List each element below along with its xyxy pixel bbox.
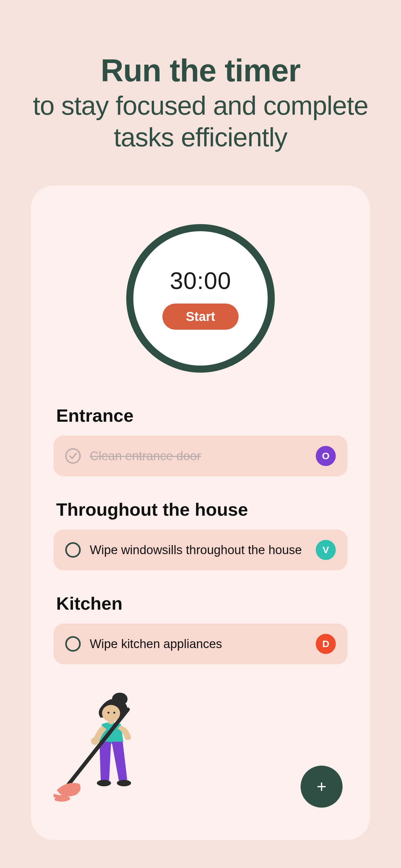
svg-point-9 — [108, 718, 114, 724]
svg-point-8 — [91, 737, 99, 745]
timer-area: 30:00 Start — [54, 224, 347, 373]
headline: Run the timer to stay focused and comple… — [13, 52, 388, 153]
task-row[interactable]: Wipe windowsills throughout the house V — [54, 530, 347, 570]
avatar[interactable]: V — [316, 540, 336, 560]
section-kitchen: Kitchen Wipe kitchen appliances D — [54, 593, 347, 664]
timer-card: 30:00 Start Entrance Clean entrance door… — [31, 185, 370, 840]
avatar-initial: O — [322, 451, 329, 461]
section-title: Throughout the house — [56, 499, 347, 520]
checkbox-icon[interactable] — [65, 636, 81, 652]
svg-point-2 — [107, 712, 110, 714]
section-title: Kitchen — [56, 593, 347, 614]
task-row[interactable]: Wipe kitchen appliances D — [54, 624, 347, 664]
mopping-person-illustration — [54, 690, 157, 806]
svg-point-5 — [97, 780, 111, 786]
section-throughout: Throughout the house Wipe windowsills th… — [54, 499, 347, 570]
svg-point-3 — [113, 712, 115, 714]
avatar[interactable]: O — [316, 446, 336, 466]
avatar-initial: V — [322, 545, 329, 555]
task-row[interactable]: Clean entrance door O — [54, 436, 347, 476]
task-label: Wipe windowsills throughout the house — [90, 543, 307, 557]
section-entrance: Entrance Clean entrance door O — [54, 405, 347, 476]
headline-bold: Run the timer — [13, 52, 388, 90]
timer-circle[interactable]: 30:00 Start — [126, 224, 275, 373]
avatar[interactable]: D — [316, 634, 336, 654]
task-label: Clean entrance door — [90, 449, 307, 463]
checkbox-done-icon[interactable] — [65, 448, 81, 464]
add-button[interactable]: + — [301, 766, 343, 808]
timer-time: 30:00 — [170, 267, 231, 294]
svg-point-6 — [117, 780, 131, 786]
task-label: Wipe kitchen appliances — [90, 637, 307, 651]
section-title: Entrance — [56, 405, 347, 426]
headline-rest: to stay focused and complete tasks effic… — [13, 90, 388, 153]
avatar-initial: D — [322, 639, 329, 649]
start-button[interactable]: Start — [162, 304, 238, 330]
checkbox-icon[interactable] — [65, 542, 81, 558]
plus-icon: + — [317, 777, 327, 796]
